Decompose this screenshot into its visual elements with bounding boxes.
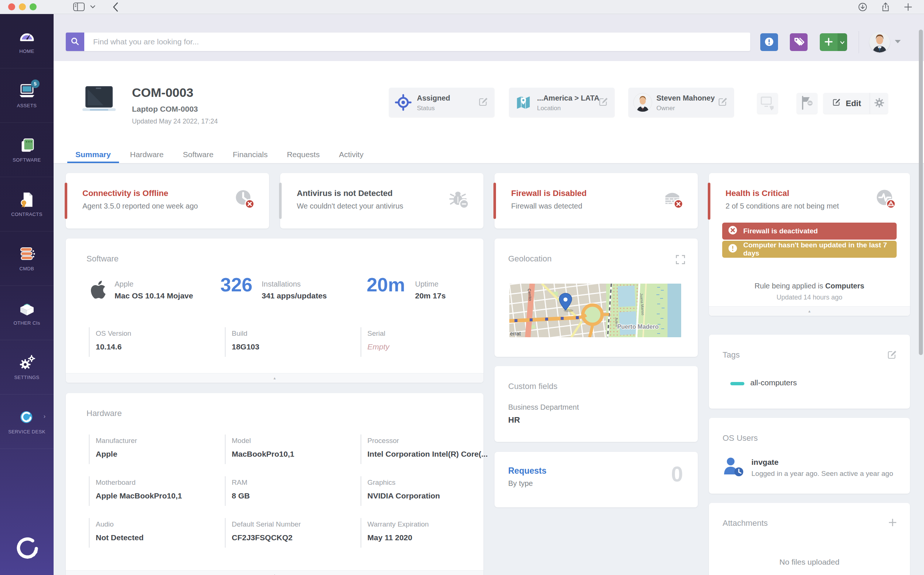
tab-requests[interactable]: Requests	[277, 146, 329, 163]
hardware-field: ManufacturerApple	[89, 435, 214, 464]
zoom-window-button[interactable]	[30, 3, 36, 10]
sidebar-item-label: OTHER CIs	[13, 320, 40, 326]
sidebar-item-assets[interactable]: 5 ASSETS	[0, 68, 54, 123]
geolocation-card-title: Geolocation	[508, 254, 552, 264]
tab-summary[interactable]: Summary	[66, 146, 120, 163]
user-avatar[interactable]	[869, 32, 890, 52]
sidebar-item-label: CONTRACTS	[11, 211, 43, 217]
attachments-card: Attachments No files uploaded	[709, 503, 910, 575]
hardware-field: RAM8 GB	[225, 476, 350, 506]
service-desk-logo-icon	[18, 408, 36, 426]
download-icon[interactable]	[857, 2, 868, 12]
add-attachment-icon[interactable]	[888, 518, 897, 529]
sidebar-item-other-cis[interactable]: OTHER CIs	[0, 286, 54, 340]
alert-severity-stripe	[708, 183, 710, 220]
firewall-wall-icon	[662, 188, 684, 211]
global-search	[66, 33, 750, 51]
sidebar-item-software[interactable]: SOFTWARE	[0, 123, 54, 177]
health-rule-line: Rule being applied is Computers	[709, 282, 910, 290]
assets-count-badge: 5	[31, 79, 40, 88]
asset-thumbnail	[81, 86, 117, 116]
hardware-field: Default Serial NumberCF2J3FSQCKQ2	[225, 518, 350, 548]
sidebar-item-contracts[interactable]: CONTRACTS	[0, 177, 54, 232]
remote-connection-button[interactable]	[757, 93, 778, 114]
os-value: Mac OS 10.14 Mojave	[114, 291, 193, 300]
tab-software[interactable]: Software	[173, 146, 223, 163]
edit-pencil-icon	[832, 98, 841, 110]
toolbar-divider	[859, 31, 859, 53]
sidebar-item-label: SETTINGS	[14, 375, 39, 380]
summary-content: Connectivity is Offline Agent 3.5.0 repo…	[54, 164, 924, 575]
sidebar-item-settings[interactable]: SETTINGS	[0, 340, 54, 394]
add-button[interactable]	[820, 33, 837, 51]
share-icon[interactable]	[880, 2, 891, 12]
health-issue-critical: Firewall is deactivated	[722, 222, 897, 240]
edit-location-icon[interactable]	[598, 97, 609, 109]
sidebar-item-service-desk[interactable]: › SERVICE DESK	[0, 394, 54, 449]
software-card: Software Apple Mac OS 10.14 Mojave 326 I…	[66, 238, 483, 383]
location-label: Location	[537, 105, 561, 112]
sidebar-item-home[interactable]: HOME	[0, 14, 54, 68]
location-chip: ...America > LATA Location	[509, 87, 615, 117]
tag-color-swatch	[730, 382, 744, 385]
attachments-title: Attachments	[723, 518, 768, 528]
search-input[interactable]	[84, 33, 750, 51]
window-titlebar	[0, 0, 924, 14]
sidebar-item-label: SERVICE DESK	[8, 429, 46, 435]
browser-back-button[interactable]	[113, 2, 119, 12]
tab-hardware[interactable]: Hardware	[120, 146, 173, 163]
info-button[interactable]	[760, 33, 778, 51]
new-tab-icon[interactable]	[903, 2, 913, 12]
minimize-window-button[interactable]	[19, 3, 26, 10]
tab-activity[interactable]: Activity	[329, 146, 373, 163]
sidebar-item-cmdb[interactable]: CMDB	[0, 232, 54, 286]
connectivity-alert-card: Connectivity is Offline Agent 3.5.0 repo…	[66, 173, 269, 229]
asset-header: COM-0003 Laptop COM-0003 Updated May 24 …	[54, 61, 924, 164]
geolocation-map[interactable]: Cerrito errat Juana Manso Aveni Puerto M…	[509, 284, 681, 337]
tags-button[interactable]	[790, 33, 808, 51]
requests-count: 0	[671, 461, 683, 486]
hardware-field: AudioNot Detected	[89, 518, 214, 548]
os-label: Apple	[114, 280, 133, 288]
hardware-field: ProcessorIntel Corporation Intel(R) Core…	[360, 435, 486, 464]
edit-owner-icon[interactable]	[717, 97, 728, 109]
collapse-card-button[interactable]: ▲	[66, 570, 483, 575]
collapse-card-button[interactable]: ▲	[66, 373, 483, 383]
scrollbar[interactable]	[919, 30, 923, 355]
plus-icon	[824, 37, 833, 47]
edit-tags-icon[interactable]	[886, 349, 897, 362]
collapse-card-button[interactable]: ▲	[709, 306, 910, 316]
gear-icon	[874, 98, 884, 109]
search-icon	[70, 37, 80, 47]
hardware-card-title: Hardware	[87, 408, 122, 418]
sidebar: HOME 5 ASSETS SOFTWARE CONTRACTS CMD	[0, 14, 54, 575]
hardware-field: GraphicsNVIDIA Corporation	[360, 476, 486, 506]
browser-sidebar-toggle-icon[interactable]	[73, 2, 85, 12]
health-updated: Updated 14 hours ago	[709, 294, 910, 301]
tag-item[interactable]: all-computers	[750, 378, 797, 387]
flag-button[interactable]	[797, 93, 818, 114]
fullscreen-icon[interactable]	[676, 255, 685, 266]
requests-subtitle: By type	[508, 479, 533, 488]
requests-link[interactable]: Requests	[508, 466, 547, 476]
edit-status-icon[interactable]	[477, 97, 489, 109]
owner-avatar	[633, 93, 652, 114]
invgate-logo	[14, 535, 40, 561]
traffic-lights	[8, 3, 36, 10]
tab-financials[interactable]: Financials	[223, 146, 277, 163]
software-field: Serial Empty	[360, 327, 486, 357]
software-field: OS Version 10.14.6	[89, 327, 214, 357]
health-description: 2 of 5 conditions are not being met	[726, 202, 839, 210]
edit-asset-button[interactable]: Edit	[823, 93, 870, 114]
close-window-button[interactable]	[8, 3, 15, 10]
asset-settings-button[interactable]	[870, 93, 888, 114]
hardware-field: Warranty ExpirationMay 11 2020	[360, 518, 486, 548]
chevron-down-icon[interactable]	[90, 5, 95, 8]
user-clock-icon	[723, 456, 745, 478]
gauge-icon	[18, 28, 36, 45]
user-menu-caret-icon[interactable]	[895, 40, 901, 43]
add-dropdown-button[interactable]	[837, 33, 847, 51]
search-button[interactable]	[66, 33, 84, 51]
asset-updated-timestamp: Updated May 24 2022, 17:24	[132, 118, 218, 125]
laptop-icon: 5	[18, 83, 36, 100]
